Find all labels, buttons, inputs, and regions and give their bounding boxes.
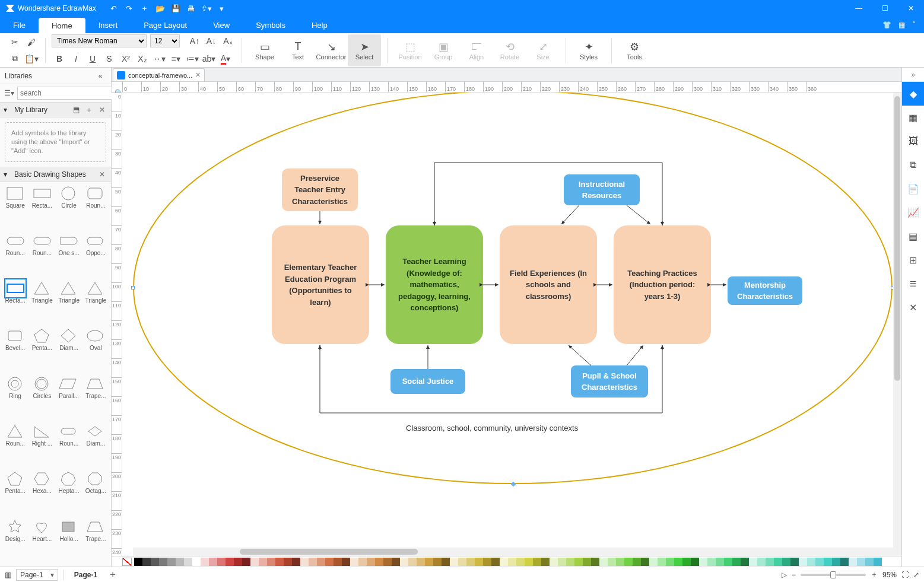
size-button[interactable]: ⤢Size — [526, 34, 560, 66]
line-spacing-button[interactable]: ≡▾ — [168, 51, 183, 66]
close-button[interactable]: ✕ — [898, 0, 924, 17]
color-swatch[interactable] — [741, 558, 749, 566]
shape-item[interactable]: Triangle — [56, 279, 82, 313]
color-swatch[interactable] — [334, 558, 342, 566]
font-size-select[interactable]: 12 — [150, 34, 180, 47]
shape-item[interactable]: Diam... — [56, 327, 82, 360]
color-swatch[interactable] — [242, 558, 250, 566]
shape-item[interactable]: Octag... — [83, 470, 109, 503]
shape-item[interactable]: Circles — [29, 375, 55, 408]
node-practices[interactable]: Teaching Practices (Induction period: ye… — [614, 225, 711, 344]
color-swatch[interactable] — [466, 558, 475, 566]
color-swatch[interactable] — [201, 558, 209, 566]
color-swatch[interactable] — [217, 558, 226, 566]
shape-item[interactable]: Roun... — [29, 232, 55, 265]
shape-item[interactable]: Roun... — [2, 422, 28, 456]
superscript-button[interactable]: X² — [118, 51, 134, 66]
color-swatch[interactable] — [849, 558, 857, 566]
undo-button[interactable]: ↶ — [107, 1, 121, 15]
color-swatch[interactable] — [151, 558, 159, 566]
bold-button[interactable]: B — [52, 51, 67, 66]
increase-font-button[interactable]: A↑ — [187, 33, 202, 49]
color-swatch[interactable] — [840, 558, 849, 566]
node-field[interactable]: Field Experiences (In schools and classr… — [500, 225, 597, 344]
node-pupil[interactable]: Pupil & School Characteristics — [571, 365, 648, 397]
apps-icon[interactable]: ▦ — [898, 21, 905, 29]
color-swatch[interactable] — [383, 558, 392, 566]
export-button[interactable]: ⇪▾ — [199, 1, 214, 15]
shape-item[interactable]: Desig... — [2, 518, 28, 551]
shape-item[interactable]: Square — [2, 185, 28, 218]
color-swatch[interactable] — [608, 558, 616, 566]
list-icon[interactable]: ≣ — [902, 272, 925, 295]
color-swatch[interactable] — [624, 558, 633, 566]
color-swatch[interactable] — [824, 558, 832, 566]
color-swatch[interactable] — [674, 558, 682, 566]
color-swatch[interactable] — [716, 558, 724, 566]
color-swatch[interactable] — [417, 558, 425, 566]
shape-item[interactable]: Penta... — [2, 470, 28, 503]
decrease-font-button[interactable]: A↓ — [204, 33, 219, 49]
color-swatch[interactable] — [766, 558, 774, 566]
color-swatch[interactable] — [707, 558, 716, 566]
color-swatch[interactable] — [483, 558, 491, 566]
color-swatch[interactable] — [408, 558, 417, 566]
shape-item[interactable]: Recta... — [2, 279, 28, 313]
color-swatch[interactable] — [790, 558, 799, 566]
grid-icon[interactable]: ▦ — [902, 106, 925, 129]
color-swatch[interactable] — [309, 558, 317, 566]
node-mentorship[interactable]: Mentorship Characteristics — [728, 276, 802, 305]
italic-button[interactable]: I — [68, 51, 84, 66]
color-swatch[interactable] — [774, 558, 782, 566]
shape-item[interactable]: Parall... — [56, 375, 82, 408]
color-swatch[interactable] — [508, 558, 516, 566]
color-swatch[interactable] — [342, 558, 350, 566]
color-swatch[interactable] — [757, 558, 766, 566]
color-swatch[interactable] — [500, 558, 508, 566]
shape-item[interactable]: Hexa... — [29, 470, 55, 503]
tshirt-icon[interactable]: 👕 — [882, 21, 891, 29]
color-swatch[interactable] — [641, 558, 649, 566]
search-input[interactable] — [17, 87, 112, 100]
no-fill-swatch[interactable] — [122, 558, 132, 566]
shape-item[interactable]: Hollo... — [56, 518, 82, 551]
color-swatch[interactable] — [367, 558, 375, 566]
color-swatch[interactable] — [209, 558, 217, 566]
color-swatch[interactable] — [782, 558, 790, 566]
color-swatch[interactable] — [649, 558, 658, 566]
tab-view[interactable]: View — [200, 17, 243, 33]
pages-list-icon[interactable]: ▥ — [5, 571, 11, 579]
color-swatch[interactable] — [134, 558, 142, 566]
scrollbar-vertical[interactable] — [893, 93, 901, 556]
print-button[interactable]: 🖶 — [184, 1, 198, 15]
format-painter-button[interactable]: 🖌 — [24, 34, 39, 50]
color-swatch[interactable] — [226, 558, 234, 566]
color-swatch[interactable] — [682, 558, 691, 566]
collapse-right-icon[interactable]: » — [902, 68, 924, 82]
fullscreen-icon[interactable]: ⤢ — [913, 571, 919, 579]
node-social[interactable]: Social Justice — [390, 369, 465, 394]
color-swatch[interactable] — [807, 558, 815, 566]
color-swatch[interactable] — [325, 558, 334, 566]
color-swatch[interactable] — [250, 558, 259, 566]
shape-item[interactable]: Triangle — [83, 279, 109, 313]
styles-button[interactable]: ✦Styles — [572, 34, 605, 66]
add-page-button[interactable]: ＋ — [108, 568, 118, 581]
connector-tool-button[interactable]: ↘Connector — [315, 34, 348, 66]
save-button[interactable]: 💾 — [169, 1, 183, 15]
color-swatch[interactable] — [442, 558, 450, 566]
cut-button[interactable]: ✂ — [7, 34, 23, 50]
color-swatch[interactable] — [267, 558, 275, 566]
copy-button[interactable]: ⧉ — [7, 51, 23, 66]
font-name-select[interactable]: Times New Roman — [52, 34, 147, 47]
color-swatch[interactable] — [865, 558, 874, 566]
color-swatch[interactable] — [433, 558, 442, 566]
chevron-down-icon[interactable]: ▾ — [4, 170, 12, 179]
table-icon[interactable]: ▤ — [902, 224, 925, 248]
color-swatch[interactable] — [317, 558, 325, 566]
selection-handle[interactable] — [131, 286, 135, 290]
clear-format-button[interactable]: Aₓ — [220, 33, 236, 49]
color-swatch[interactable] — [184, 558, 192, 566]
color-swatch[interactable] — [275, 558, 284, 566]
color-swatch[interactable] — [358, 558, 367, 566]
